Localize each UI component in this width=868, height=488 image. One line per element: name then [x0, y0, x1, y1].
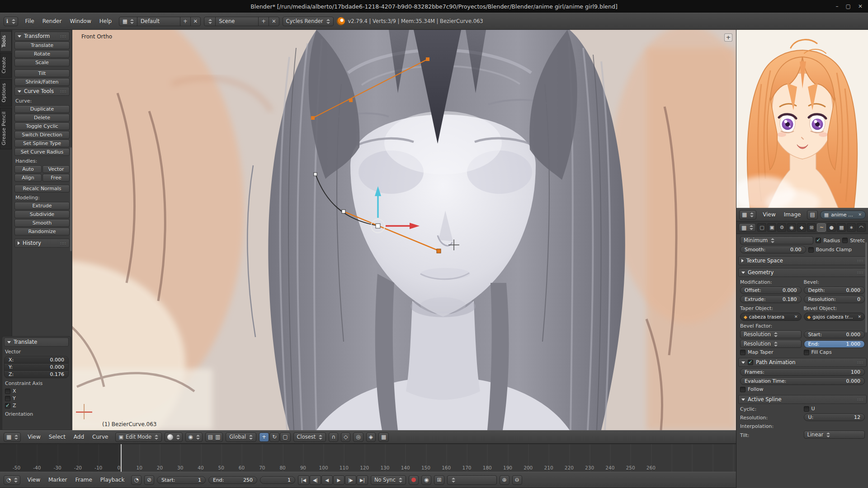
properties-tab[interactable]: ◉ [787, 223, 796, 232]
properties-tab[interactable]: ▢ [757, 223, 766, 232]
properties-tab[interactable]: ⊞ [807, 223, 816, 232]
maximize-button[interactable]: ▢ [846, 3, 851, 9]
delete-keyframe-button[interactable]: ⊖ [512, 475, 522, 485]
menu-item[interactable]: Marker [44, 477, 71, 483]
handle-type-button[interactable]: Free [42, 174, 70, 182]
properties-tab[interactable]: ● [827, 223, 836, 232]
toolshelf-tab[interactable]: Create [0, 53, 12, 78]
recalc-normals-button[interactable]: Recalc Normals [14, 185, 70, 192]
bounds-clamp-checkbox[interactable]: Bounds Clamp [808, 247, 865, 253]
playback-button[interactable]: ▶ [333, 475, 344, 485]
properties-tab[interactable]: ∗ [847, 223, 856, 232]
tool-button[interactable]: Rotate [14, 50, 70, 58]
editor-type-select[interactable]: ▦ [739, 223, 756, 232]
scene-name-field[interactable]: Scene [215, 17, 259, 26]
bevel-resolution-field[interactable]: Resolution: 0 [804, 296, 865, 303]
menu-item[interactable]: View [24, 434, 44, 440]
handle-type-button[interactable]: Auto [14, 165, 42, 173]
bevel-object-field[interactable]: ◆ gajos cabeza tr... ✕ [804, 313, 865, 321]
layout-delete-button[interactable]: ✕ [190, 17, 201, 26]
snap-target-select[interactable]: Closest [293, 432, 326, 442]
curve-control-point[interactable] [342, 210, 345, 213]
layout-name-field[interactable]: Default [137, 17, 180, 26]
viewport-3d[interactable]: Front Ortho (1) BezierCurve.063 + ToolsC… [0, 30, 736, 430]
tool-button[interactable]: Smooth [14, 219, 70, 227]
sync-mode-select[interactable]: No Sync [371, 475, 406, 485]
opengl-render-button[interactable]: ◈ [366, 432, 376, 442]
playback-button[interactable]: ◀| [310, 475, 321, 485]
scene-browse-button[interactable] [204, 17, 216, 26]
close-button[interactable]: ✕ [858, 3, 863, 9]
menu-item[interactable]: Playback [96, 477, 129, 483]
current-frame-field[interactable]: 1 [260, 476, 295, 484]
editor-type-select[interactable]: ▦ [739, 210, 756, 220]
taper-object-field[interactable]: ◆ cabeza trasera ✕ [740, 313, 802, 321]
extrude-field[interactable]: Extrude: 0.180 [740, 296, 802, 303]
curve-handle-point[interactable] [426, 57, 429, 61]
path-frames-field[interactable]: Frames: 100 [740, 368, 865, 376]
toolshelf-scrollbar[interactable] [70, 147, 72, 251]
editor-type-select[interactable]: ◔ [4, 475, 20, 485]
properties-tab[interactable]: ◠ [857, 223, 866, 232]
minimize-button[interactable]: – [836, 3, 839, 9]
tool-button[interactable]: Switch Direction [14, 131, 70, 139]
constraint-axis-checkbox[interactable]: X [5, 388, 68, 394]
menu-item[interactable]: Help [95, 18, 116, 24]
geometry-panel-header[interactable]: Geometry [738, 268, 867, 277]
properties-scrollbar[interactable] [865, 242, 867, 333]
properties-tab[interactable]: ◆ [797, 223, 806, 232]
bevel-depth-field[interactable]: Depth: 0.000 [804, 286, 865, 294]
bevel-factor-end-mapping-select[interactable]: Resolution [740, 340, 802, 348]
curve-control-point[interactable] [314, 173, 317, 176]
bevel-factor-end-field[interactable]: End: 1.000 [804, 340, 865, 348]
playback-button[interactable]: |◀ [298, 475, 309, 485]
toolshelf-tab[interactable]: Options [0, 79, 12, 106]
constraint-axis-checkbox[interactable]: Z [5, 403, 68, 408]
manipulator-scale-button[interactable]: ▢ [280, 432, 290, 442]
properties-tab[interactable]: ~ [817, 223, 826, 232]
bevel-factor-start-mapping-select[interactable]: Resolution [740, 330, 802, 338]
mode-select[interactable]: ▣ Edit Mode [115, 432, 162, 442]
smooth-field[interactable]: Smooth: 0.00 [740, 246, 806, 253]
manipulator-rotate-button[interactable]: ↻ [269, 432, 279, 442]
tool-button[interactable]: Set Curve Radius [14, 148, 70, 156]
menu-item[interactable]: Image [780, 211, 805, 218]
curve-control-point-active[interactable] [376, 224, 380, 228]
scene-add-button[interactable]: + [258, 17, 269, 26]
spline-resolution-u-field[interactable]: U: 12 [804, 413, 865, 421]
curve-handle-point[interactable] [311, 116, 315, 120]
toolshelf-tab[interactable]: Tools [0, 31, 12, 52]
tool-button[interactable]: Translate [14, 42, 70, 49]
fill-caps-checkbox[interactable]: Fill Caps [804, 349, 865, 355]
vector-component-field[interactable]: X: 0.000 [4, 356, 69, 364]
properties-tab[interactable]: ▣ [767, 223, 776, 232]
pivot-select[interactable]: ◉ [185, 432, 202, 442]
clear-bevel-object-button[interactable]: ✕ [858, 314, 861, 319]
transform-orientation-select[interactable]: Global [226, 432, 256, 442]
operator-panel-header[interactable]: Translate [4, 338, 69, 347]
auto-keying-button[interactable]: ◉ [421, 475, 431, 485]
tool-button[interactable]: Subdivide [14, 211, 70, 218]
active-keying-set-field[interactable] [447, 475, 497, 485]
image-browse-button[interactable]: ▤ [807, 210, 817, 220]
unlink-image-button[interactable]: ✕ [858, 212, 862, 217]
snap-element-select[interactable]: ◇ [341, 432, 350, 442]
timeline-ruler[interactable]: -50-40-30-20-100102030405060708090100110… [0, 444, 736, 472]
handle-type-button[interactable]: Vector [42, 165, 70, 173]
twist-method-select[interactable]: Minimum [740, 236, 813, 244]
manipulator-translate-button[interactable]: + [259, 432, 269, 442]
menu-item[interactable]: Frame [71, 477, 96, 483]
snap-toggle-button[interactable]: ∩ [329, 432, 338, 442]
use-preview-range-button[interactable]: ◔ [131, 475, 141, 485]
viewport-canvas[interactable] [0, 30, 736, 430]
playback-button[interactable]: ◀ [321, 475, 333, 485]
vector-component-field[interactable]: Y: 0.000 [4, 363, 69, 371]
end-frame-field[interactable]: End: 250 [208, 476, 257, 484]
tool-button[interactable]: Scale [14, 59, 70, 66]
lock-time-button[interactable]: ⊘ [144, 475, 154, 485]
scene-delete-button[interactable]: ✕ [269, 17, 279, 26]
transform-panel-header[interactable]: Transform [14, 32, 70, 41]
panel-checkbox-icon[interactable] [748, 360, 753, 365]
menu-item[interactable]: File [21, 18, 38, 24]
playback-button[interactable]: ▶| [357, 475, 368, 485]
